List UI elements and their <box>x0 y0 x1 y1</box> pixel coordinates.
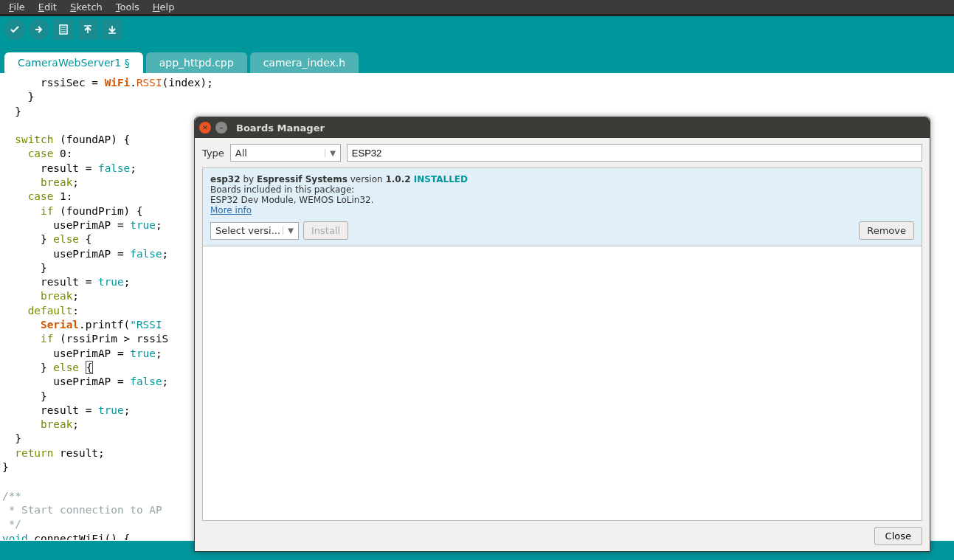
code-text: } <box>2 262 47 274</box>
by-text: by <box>241 174 257 184</box>
code-text: default <box>28 305 73 317</box>
remove-button[interactable]: Remove <box>859 221 914 240</box>
close-button[interactable]: Close <box>874 527 922 545</box>
code-text: true <box>98 276 124 288</box>
code-text <box>2 290 41 302</box>
code-text: Serial <box>41 319 79 331</box>
code-text: usePrimAP = <box>2 248 130 260</box>
code-text: ; <box>162 376 169 387</box>
code-text: . <box>130 77 136 89</box>
code-text <box>2 333 41 345</box>
code-text: ; <box>156 348 162 359</box>
code-text: ; <box>156 219 162 231</box>
dialog-titlebar[interactable]: ✕ – Boards Manager <box>195 117 930 138</box>
package-list[interactable]: esp32 by Espressif Systems version 1.0.2… <box>202 167 922 521</box>
vendor-name: Espressif Systems <box>257 174 348 184</box>
close-icon[interactable]: ✕ <box>199 122 211 134</box>
code-text: true <box>130 348 156 359</box>
tab-row: CameraWebServer1 § app_httpd.cpp camera_… <box>0 42 954 73</box>
code-text <box>2 447 15 459</box>
toolbar <box>0 16 954 42</box>
menu-tools[interactable]: Tools <box>109 1 146 13</box>
code-text: ; <box>124 276 131 288</box>
code-text <box>2 148 28 159</box>
menu-file[interactable]: File <box>2 1 32 13</box>
code-text: else <box>53 233 79 245</box>
boards-manager-dialog: ✕ – Boards Manager Type All ▼ esp32 by E… <box>194 117 930 552</box>
code-text: usePrimAP = <box>2 219 130 231</box>
included-label: Boards included in this package: <box>210 184 914 195</box>
chevron-down-icon: ▼ <box>325 149 336 157</box>
chevron-down-icon: ▼ <box>283 227 294 235</box>
upload-button[interactable] <box>29 19 49 40</box>
code-text <box>2 205 41 217</box>
menu-help[interactable]: Help <box>146 1 182 13</box>
code-text: break <box>41 418 72 430</box>
code-text: } <box>2 106 21 117</box>
code-text <box>2 134 15 145</box>
code-text <box>2 305 28 317</box>
verify-button[interactable] <box>4 19 25 40</box>
code-text: if <box>41 205 53 217</box>
code-text: result; <box>53 447 104 459</box>
installed-badge: INSTALLED <box>411 174 468 184</box>
version-label: version <box>348 174 386 184</box>
new-sketch-button[interactable] <box>53 19 74 40</box>
more-info-link[interactable]: More info <box>210 205 252 215</box>
code-text: (foundPrim) { <box>53 205 142 217</box>
code-text: .printf( <box>79 319 130 331</box>
code-text: ; <box>162 248 169 260</box>
minimize-icon[interactable]: – <box>215 122 227 134</box>
code-text: else <box>53 362 79 373</box>
code-text: } <box>2 362 53 373</box>
code-text: (index); <box>162 77 213 89</box>
package-actions: Select versi... ▼ Install Remove <box>210 221 914 240</box>
code-text: false <box>130 248 162 260</box>
code-text: usePrimAP = <box>2 348 130 359</box>
code-comment: */ <box>2 518 21 530</box>
tab-app-httpd[interactable]: app_httpd.cpp <box>146 52 247 73</box>
package-header: esp32 by Espressif Systems version 1.0.2… <box>210 174 914 184</box>
included-boards: ESP32 Dev Module, WEMOS LoLin32. <box>210 195 914 205</box>
version-dropdown[interactable]: Select versi... ▼ <box>210 222 299 240</box>
type-value: All <box>235 148 247 159</box>
install-button[interactable]: Install <box>303 221 348 240</box>
code-text: result = <box>2 404 98 416</box>
code-text: void <box>2 533 28 541</box>
tab-camerawebserver[interactable]: CameraWebServer1 § <box>4 52 143 73</box>
type-dropdown[interactable]: All ▼ <box>230 144 341 162</box>
code-text: } <box>2 233 53 245</box>
dialog-footer: Close <box>195 521 930 551</box>
package-item[interactable]: esp32 by Espressif Systems version 1.0.2… <box>203 168 922 246</box>
tab-camera-index[interactable]: camera_index.h <box>250 52 359 73</box>
dialog-title: Boards Manager <box>236 122 325 134</box>
code-text: case <box>28 190 54 202</box>
code-text: break <box>41 176 72 188</box>
code-text: connectWiFi() { <box>28 533 131 541</box>
code-text: : <box>72 305 79 317</box>
save-sketch-button[interactable] <box>102 19 122 40</box>
code-text <box>2 190 28 202</box>
code-text: return <box>15 447 53 459</box>
version-value: 1.0.2 <box>385 174 410 184</box>
open-sketch-button[interactable] <box>77 19 98 40</box>
code-text: } <box>2 91 34 103</box>
code-text: break <box>41 290 72 302</box>
code-text: 1: <box>53 190 72 202</box>
code-text: true <box>130 219 156 231</box>
filter-row: Type All ▼ <box>195 138 930 167</box>
code-text: if <box>41 333 53 345</box>
code-text: ; <box>124 404 131 416</box>
code-text: ; <box>72 176 79 188</box>
code-text: false <box>98 162 130 174</box>
code-comment: * Start connection to AP <box>2 504 162 516</box>
code-text: result = <box>2 276 98 288</box>
search-input[interactable] <box>347 144 922 162</box>
code-text: true <box>98 404 124 416</box>
menu-sketch[interactable]: Sketch <box>63 1 109 13</box>
code-text: case <box>28 148 54 159</box>
code-text: result = <box>2 162 98 174</box>
code-text <box>79 362 86 373</box>
menu-edit[interactable]: Edit <box>32 1 63 13</box>
code-text: ; <box>72 418 79 430</box>
